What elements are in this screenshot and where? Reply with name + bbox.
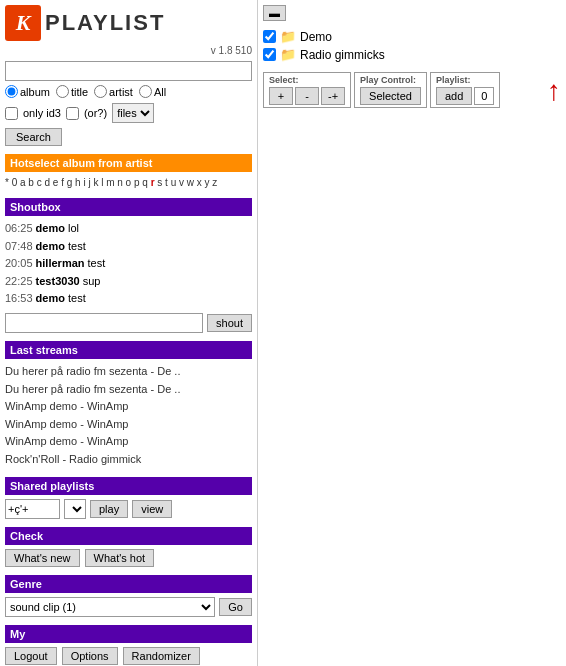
select-plusminus-button[interactable]: -+ (321, 87, 345, 105)
stream-4: WinAmp demo - WinAmp (5, 416, 252, 434)
last-streams-header: Last streams (5, 341, 252, 359)
search-input[interactable] (5, 61, 252, 81)
tree-checkbox-radio[interactable] (263, 48, 276, 61)
genre-header: Genre (5, 575, 252, 593)
stream-1: Du herer på radio fm sezenta - De .. (5, 363, 252, 381)
search-button[interactable]: Search (5, 128, 62, 146)
playlist-ctrl-btn-row: add 0 (436, 87, 494, 105)
play-control-btn-row: Selected (360, 87, 421, 105)
select-btn-row: + - -+ (269, 87, 345, 105)
folder-icon-radio: 📁 (280, 47, 296, 62)
select-plus-button[interactable]: + (269, 87, 293, 105)
mini-toolbar: ▬ (263, 5, 561, 21)
tree-area: 📁 Demo 📁 Radio gimmicks (263, 29, 561, 62)
playlist-play-button[interactable]: play (90, 500, 128, 518)
mini-button[interactable]: ▬ (263, 5, 286, 21)
shout-msg-3: 20:05 hillerman test (5, 255, 252, 273)
shout-msg-4: 22:25 test3030 sup (5, 273, 252, 291)
control-row: Select: + - -+ Play Control: Selected Pl… (263, 72, 561, 108)
select-section: Select: + - -+ (263, 72, 351, 108)
my-header: My (5, 625, 252, 643)
stream-3: WinAmp demo - WinAmp (5, 398, 252, 416)
shoutbox-header: Shoutbox (5, 198, 252, 216)
playlist-number: 0 (474, 87, 494, 105)
check-row: What's new What's hot (5, 549, 252, 567)
options-button[interactable]: Options (62, 647, 118, 665)
genre-select[interactable]: sound clip (1) (5, 597, 215, 617)
radio-group: album title artist All (5, 85, 252, 98)
selected-button[interactable]: Selected (360, 87, 421, 105)
shoutbox-area: 06:25 demo lol 07:48 demo test 20:05 hil… (5, 220, 252, 333)
whats-hot-button[interactable]: What's hot (85, 549, 155, 567)
tree-item-demo: 📁 Demo (263, 29, 561, 44)
files-dropdown[interactable]: files (112, 103, 154, 123)
tree-item-radio: 📁 Radio gimmicks (263, 47, 561, 62)
play-control-section: Play Control: Selected (354, 72, 427, 108)
play-control-label: Play Control: (360, 75, 421, 85)
logout-button[interactable]: Logout (5, 647, 57, 665)
logo-area: K PLAYLIST (5, 5, 252, 41)
shout-msg-5: 16:53 demo test (5, 290, 252, 308)
folder-icon-demo: 📁 (280, 29, 296, 44)
version-text: v 1.8 510 (5, 45, 252, 56)
shout-msg-2: 07:48 demo test (5, 238, 252, 256)
logo-k: K (5, 5, 41, 41)
only-id3-label: only id3 (23, 107, 61, 119)
shout-input-row: shout (5, 313, 252, 333)
genre-area: sound clip (1) Go (5, 597, 252, 617)
tree-checkbox-demo[interactable] (263, 30, 276, 43)
shared-playlists-area: play view (5, 499, 252, 519)
streams-area: Du herer på radio fm sezenta - De .. Du … (5, 363, 252, 469)
shout-msg-1: 06:25 demo lol (5, 220, 252, 238)
artist-letters: * 0 a b c d e f g h i j k l m n o p q r … (5, 176, 252, 190)
shout-messages: 06:25 demo lol 07:48 demo test 20:05 hil… (5, 220, 252, 308)
my-row: Logout Options Randomizer (5, 647, 252, 665)
stream-2: Du herer på radio fm sezenta - De .. (5, 381, 252, 399)
playlist-row: play view (5, 499, 252, 519)
stream-6: Rock'n'Roll - Radio gimmick (5, 451, 252, 469)
check-header: Check (5, 527, 252, 545)
shout-input[interactable] (5, 313, 203, 333)
radio-title[interactable]: title (56, 85, 88, 98)
select-label: Select: (269, 75, 345, 85)
playlist-section: Playlist: add 0 (430, 72, 500, 108)
whats-new-button[interactable]: What's new (5, 549, 80, 567)
logo-title: PLAYLIST (45, 10, 165, 36)
randomizer-button[interactable]: Randomizer (123, 647, 200, 665)
hotselect-header: Hotselect album from artist (5, 154, 252, 172)
or-checkbox[interactable] (66, 107, 79, 120)
playlist-view-button[interactable]: view (132, 500, 172, 518)
right-panel: ▬ 📁 Demo 📁 Radio gimmicks Select: + - -+… (258, 0, 566, 666)
arrow-indicator: ↑ (547, 75, 561, 107)
shared-playlists-header: Shared playlists (5, 477, 252, 495)
tree-label-radio[interactable]: Radio gimmicks (300, 48, 385, 62)
shout-button[interactable]: shout (207, 314, 252, 332)
select-minus-button[interactable]: - (295, 87, 319, 105)
my-area: Logout Options Randomizer (5, 647, 252, 665)
add-button[interactable]: add (436, 87, 472, 105)
playlist-ctrl-label: Playlist: (436, 75, 494, 85)
radio-album[interactable]: album (5, 85, 50, 98)
radio-artist[interactable]: artist (94, 85, 133, 98)
tree-label-demo[interactable]: Demo (300, 30, 332, 44)
playlist-input[interactable] (5, 499, 60, 519)
genre-row: sound clip (1) Go (5, 597, 252, 617)
stream-5: WinAmp demo - WinAmp (5, 433, 252, 451)
playlist-dropdown[interactable] (64, 499, 86, 519)
or-label: (or?) (84, 107, 107, 119)
checkbox-row: only id3 (or?) files (5, 103, 252, 123)
genre-go-button[interactable]: Go (219, 598, 252, 616)
check-area: What's new What's hot (5, 549, 252, 567)
radio-all[interactable]: All (139, 85, 166, 98)
only-id3-checkbox[interactable] (5, 107, 18, 120)
